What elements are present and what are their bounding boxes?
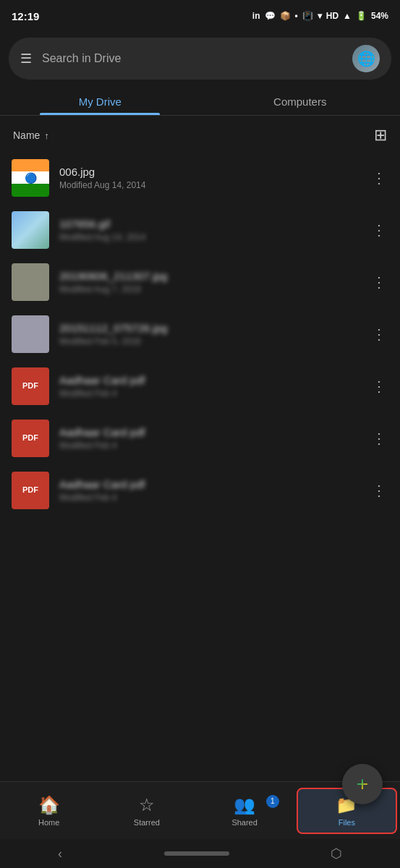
shared-badge: 1 bbox=[266, 795, 279, 808]
nav-starred[interactable]: ☆ Starred bbox=[98, 789, 195, 833]
file-meta: Modified Feb 4 bbox=[59, 441, 359, 451]
home-pill[interactable] bbox=[164, 851, 229, 856]
more-options-button[interactable]: ⋮ bbox=[369, 424, 388, 453]
file-list: 🔵 006.jpg Modified Aug 14, 2014 ⋮ 107656… bbox=[0, 152, 400, 603]
nav-home[interactable]: 🏠 Home bbox=[0, 789, 98, 833]
file-info: Aadhaar Card pdf Modified Feb 4 bbox=[59, 478, 359, 503]
file-name: Aadhaar Card pdf bbox=[59, 478, 359, 490]
list-item[interactable]: 107656.gif Modified Aug 14, 2014 ⋮ bbox=[0, 204, 400, 256]
pdf-icon: PDF bbox=[22, 485, 38, 495]
sort-row: Name ↑ ⊞ bbox=[0, 116, 400, 152]
file-thumbnail: PDF bbox=[12, 420, 49, 457]
battery-percent: 54% bbox=[371, 11, 388, 21]
back-button[interactable]: ‹ bbox=[58, 846, 62, 861]
file-name: 20190606_211307.jpg bbox=[59, 270, 359, 282]
nav-shared[interactable]: 👥 Shared 1 bbox=[196, 789, 294, 833]
list-item[interactable]: PDF Aadhaar Card pdf Modified Feb 4 ⋮ bbox=[0, 464, 400, 516]
file-name: Aadhaar Card pdf bbox=[59, 374, 359, 386]
bottom-nav: 🏠 Home ☆ Starred 👥 Shared 1 📁 Files ‹ ⬡ bbox=[0, 781, 400, 868]
list-item[interactable]: PDF Aadhaar Card pdf Modified Feb 4 ⋮ bbox=[0, 360, 400, 412]
fab-add-button[interactable]: + bbox=[342, 764, 383, 804]
file-thumbnail: PDF bbox=[12, 472, 49, 509]
avatar-image: 🌐 bbox=[357, 50, 375, 67]
file-name: 107656.gif bbox=[59, 218, 359, 230]
file-thumbnail: 🔵 bbox=[12, 159, 49, 197]
file-name: Aadhaar Card pdf bbox=[59, 426, 359, 438]
more-options-button[interactable]: ⋮ bbox=[369, 268, 388, 297]
menu-icon[interactable]: ☰ bbox=[20, 51, 32, 67]
file-info: Aadhaar Card pdf Modified Feb 4 bbox=[59, 426, 359, 451]
file-info: Aadhaar Card pdf Modified Feb 4 bbox=[59, 374, 359, 399]
pdf-icon: PDF bbox=[22, 433, 38, 443]
star-icon: ☆ bbox=[139, 795, 155, 815]
more-options-button[interactable]: ⋮ bbox=[369, 163, 388, 192]
linkedin-icon: in bbox=[252, 11, 260, 21]
view-toggle-icon[interactable]: ⊞ bbox=[374, 126, 387, 145]
list-item[interactable]: 20151112_075726.jpg Modified Feb 5, 2016… bbox=[0, 308, 400, 360]
signal-bars: ▲ bbox=[343, 11, 352, 21]
file-name: 006.jpg bbox=[59, 166, 359, 178]
search-bar[interactable]: ☰ Search in Drive 🌐 bbox=[9, 38, 391, 80]
more-options-button[interactable]: ⋮ bbox=[369, 216, 388, 244]
tab-computers[interactable]: Computers bbox=[200, 85, 401, 115]
file-thumbnail: PDF bbox=[12, 367, 49, 405]
add-icon: + bbox=[357, 774, 368, 794]
message-icon: 💬 bbox=[265, 11, 276, 21]
file-meta: Modified Aug 7, 2019 bbox=[59, 284, 359, 294]
tab-my-drive[interactable]: My Drive bbox=[0, 85, 200, 115]
file-meta: Modified Aug 14, 2014 bbox=[59, 232, 359, 242]
file-thumbnail bbox=[12, 263, 49, 301]
list-item[interactable]: PDF Aadhaar Card pdf Modified Feb 4 ⋮ bbox=[0, 412, 400, 464]
file-meta: Modified Feb 4 bbox=[59, 388, 359, 399]
file-meta: Modified Aug 14, 2014 bbox=[59, 180, 359, 190]
more-options-button[interactable]: ⋮ bbox=[369, 476, 388, 505]
home-icon: 🏠 bbox=[38, 795, 60, 815]
list-item[interactable]: 🔵 006.jpg Modified Aug 14, 2014 ⋮ bbox=[0, 152, 400, 204]
shared-icon: 👥 bbox=[234, 795, 255, 815]
file-name: 20151112_075726.jpg bbox=[59, 322, 359, 334]
amazon-icon: 📦 bbox=[280, 11, 291, 21]
vibrate-icon: 📳 bbox=[302, 11, 313, 21]
file-meta: Modified Feb 4 bbox=[59, 493, 359, 503]
pdf-icon: PDF bbox=[22, 381, 38, 391]
file-meta: Modified Feb 5, 2016 bbox=[59, 336, 359, 346]
file-info: 107656.gif Modified Aug 14, 2014 bbox=[59, 218, 359, 242]
file-info: 20190606_211307.jpg Modified Aug 7, 2019 bbox=[59, 270, 359, 294]
sort-direction-icon: ↑ bbox=[44, 130, 49, 141]
battery-icon: 🔋 bbox=[356, 11, 367, 21]
signal-label: HD bbox=[326, 11, 339, 21]
file-thumbnail bbox=[12, 211, 49, 249]
list-item[interactable]: 20190606_211307.jpg Modified Aug 7, 2019… bbox=[0, 256, 400, 308]
search-placeholder[interactable]: Search in Drive bbox=[42, 52, 342, 65]
file-info: 20151112_075726.jpg Modified Feb 5, 2016 bbox=[59, 322, 359, 346]
more-options-button[interactable]: ⋮ bbox=[369, 320, 388, 349]
file-thumbnail bbox=[12, 315, 49, 353]
more-options-button[interactable]: ⋮ bbox=[369, 372, 388, 401]
sort-label[interactable]: Name ↑ bbox=[13, 129, 49, 141]
avatar[interactable]: 🌐 bbox=[352, 45, 380, 72]
wifi-icon: ▾ bbox=[318, 11, 322, 21]
status-icons: in 💬 📦 • 📳 ▾ HD ▲ 🔋 54% bbox=[252, 11, 388, 21]
tab-bar: My Drive Computers bbox=[0, 85, 400, 116]
status-bar: 12:19 in 💬 📦 • 📳 ▾ HD ▲ 🔋 54% bbox=[0, 0, 400, 32]
recents-button[interactable]: ⬡ bbox=[331, 846, 342, 861]
dot-icon: • bbox=[295, 11, 298, 21]
status-time: 12:19 bbox=[12, 10, 39, 22]
file-info: 006.jpg Modified Aug 14, 2014 bbox=[59, 166, 359, 190]
